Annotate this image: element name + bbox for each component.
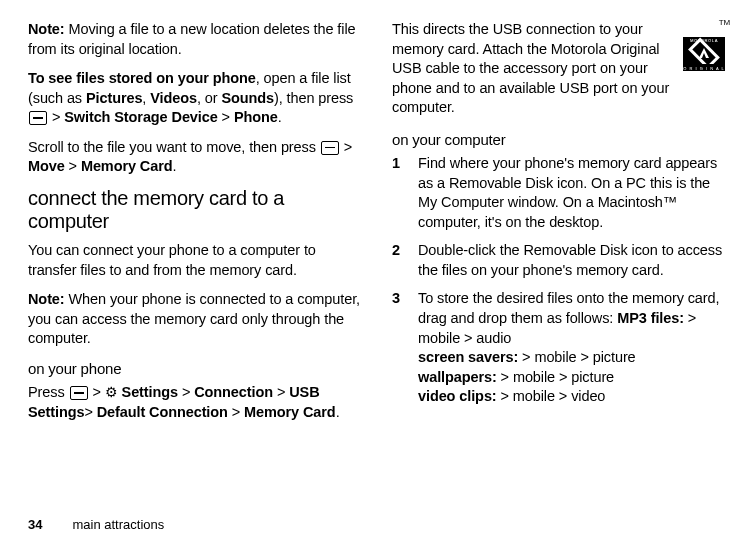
motorola-logo-icon: MOTOROLA O R I G I N A L	[682, 31, 726, 75]
svg-text:O R I G I N A L: O R I G I N A L	[683, 65, 724, 70]
menu-key-icon	[321, 141, 339, 155]
note-connected: Note: When your phone is connected to a …	[28, 290, 364, 349]
sounds-label: Sounds	[221, 90, 274, 106]
step-3: To store the desired files onto the memo…	[392, 289, 728, 406]
switch-storage-label: Switch Storage Device	[64, 109, 217, 125]
menu-key-icon	[29, 111, 47, 125]
left-column: Note: Moving a file to a new location de…	[28, 20, 364, 510]
phone-label: Phone	[234, 109, 278, 125]
pictures-label: Pictures	[86, 90, 142, 106]
screen-savers-label: screen savers:	[418, 349, 518, 365]
videos-label: Videos	[150, 90, 197, 106]
note-label: Note:	[28, 21, 65, 37]
video-clips-label: video clips:	[418, 388, 497, 404]
menu-key-icon	[70, 386, 88, 400]
note-label: Note:	[28, 291, 65, 307]
see-files-lead: To see files stored on your phone	[28, 70, 256, 86]
section-label: main attractions	[72, 517, 164, 532]
page-number: 34	[28, 517, 42, 532]
connection-label: Connection	[194, 384, 273, 400]
default-connection-label: Default Connection	[97, 404, 228, 420]
scroll-para: Scroll to the file you want to move, the…	[28, 138, 364, 177]
connect-intro: You can connect your phone to a computer…	[28, 241, 364, 280]
wallpapers-label: wallpapers:	[418, 369, 497, 385]
see-files-para: To see files stored on your phone, open …	[28, 69, 364, 128]
usb-directs-para: TM MOTOROLA O R I G I N A L This directs…	[392, 20, 728, 118]
page-footer: 34main attractions	[28, 517, 164, 532]
subheading-on-computer: on your computer	[392, 130, 728, 150]
subheading-on-phone: on your phone	[28, 359, 364, 379]
note-text: When your phone is connected to a comput…	[28, 291, 360, 346]
memory-card-label: Memory Card	[81, 158, 173, 174]
tm-mark: TM	[719, 18, 730, 29]
step-1: Find where your phone's memory card appe…	[392, 154, 728, 232]
steps-list: Find where your phone's memory card appe…	[392, 154, 728, 407]
move-label: Move	[28, 158, 65, 174]
step-2: Double-click the Removable Disk icon to …	[392, 241, 728, 280]
mp3-files-label: MP3 files:	[617, 310, 684, 326]
settings-label: Settings	[118, 384, 178, 400]
note-text: Moving a file to a new location deletes …	[28, 21, 355, 57]
right-column: TM MOTOROLA O R I G I N A L This directs…	[392, 20, 728, 510]
settings-icon: ⚙	[105, 384, 118, 400]
note-moving-file: Note: Moving a file to a new location de…	[28, 20, 364, 59]
memory-card-label: Memory Card	[244, 404, 336, 420]
press-sequence: Press > ⚙ Settings > Connection > USB Se…	[28, 383, 364, 422]
heading-connect: connect the memory card to a computer	[28, 187, 364, 233]
motorola-original-logo: TM MOTOROLA O R I G I N A L	[682, 20, 728, 75]
